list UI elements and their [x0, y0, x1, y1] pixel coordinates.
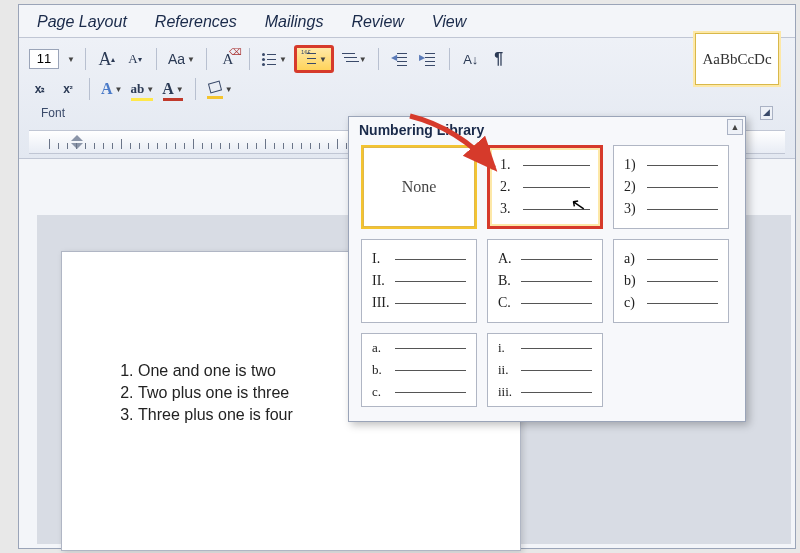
superscript-button[interactable]: x [57, 78, 79, 100]
decrease-indent-button[interactable] [389, 48, 411, 70]
numbering-option-lower-alpha-paren[interactable]: a) b) c) [613, 239, 729, 323]
shrink-font-button[interactable]: A▾ [124, 48, 146, 70]
sort-button[interactable]: A↓ [460, 48, 482, 70]
tab-view[interactable]: View [432, 13, 466, 31]
numbering-button[interactable]: ▼ [294, 45, 334, 73]
font-dialog-launcher[interactable]: ◢ [760, 106, 773, 120]
numbering-option-decimal-paren[interactable]: 1) 2) 3) [613, 145, 729, 229]
numbering-option-upper-alpha[interactable]: A. B. C. [487, 239, 603, 323]
subscript-button[interactable]: x [29, 78, 51, 100]
shading-button[interactable]: ▼ [206, 78, 234, 100]
numbering-library-dropdown: ▲ Numbering Library None 1. 2. 3. ↖ 1) 2… [348, 116, 746, 422]
outdent-icon [392, 51, 408, 67]
numbering-icon [301, 51, 317, 67]
numbering-option-decimal-dot[interactable]: 1. 2. 3. ↖ [487, 145, 603, 229]
bullets-icon [261, 51, 277, 67]
scroll-up-button[interactable]: ▲ [727, 119, 743, 135]
tab-review[interactable]: Review [351, 13, 403, 31]
tab-page-layout[interactable]: Page Layout [37, 13, 127, 31]
tab-mailings[interactable]: Mailings [265, 13, 324, 31]
font-color-button[interactable]: A▼ [161, 78, 184, 100]
font-group-label: Font [41, 106, 79, 120]
bullets-button[interactable]: ▼ [260, 48, 288, 70]
ribbon-tabs: Page Layout References Mailings Review V… [19, 5, 795, 37]
show-marks-button[interactable]: ¶ [488, 48, 510, 70]
grow-font-button[interactable]: A▴ [96, 48, 118, 70]
numbering-option-none[interactable]: None [361, 145, 477, 229]
font-size-input[interactable]: 11 [29, 49, 59, 69]
change-case-button[interactable]: Aa▼ [167, 48, 196, 70]
paint-bucket-icon [207, 81, 223, 97]
highlight-button[interactable]: ab▼ [129, 78, 155, 100]
numbering-library-title: Numbering Library [349, 117, 745, 141]
clear-formatting-button[interactable]: A [217, 48, 239, 70]
tab-references[interactable]: References [155, 13, 237, 31]
cursor-icon: ↖ [569, 193, 588, 217]
numbering-option-lower-alpha-dot[interactable]: a. b. c. [361, 333, 477, 407]
multilevel-list-button[interactable]: ▼ [340, 48, 368, 70]
numbering-option-lower-roman[interactable]: i. ii. iii. [487, 333, 603, 407]
text-effects-button[interactable]: A▼ [100, 78, 123, 100]
multilevel-icon [341, 51, 357, 67]
chevron-down-icon[interactable]: ▼ [67, 55, 75, 64]
style-normal-swatch[interactable]: AaBbCcDc [695, 33, 779, 85]
numbering-option-upper-roman[interactable]: I. II. III. [361, 239, 477, 323]
indent-icon [420, 51, 436, 67]
increase-indent-button[interactable] [417, 48, 439, 70]
indent-marker[interactable] [71, 135, 83, 149]
